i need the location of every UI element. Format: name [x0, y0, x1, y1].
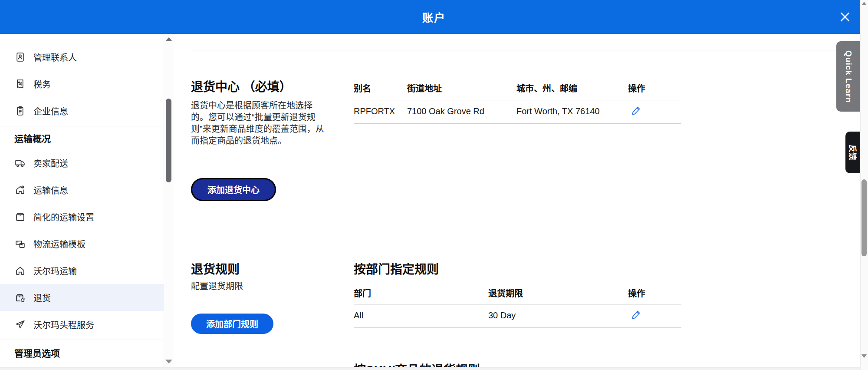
quick-learn-tab[interactable]: Quick Learn [836, 41, 861, 112]
truck-icon [14, 157, 26, 168]
cell-department: All [354, 311, 363, 320]
department-rules-title: 按部门指定规则 [354, 260, 439, 277]
return-center-title: 退货中心 （必填） [191, 77, 292, 95]
edit-department-rule-button[interactable] [631, 309, 642, 320]
sidebar-item-label: 卖家配送 [33, 157, 68, 169]
sidebar-item-label: 退货 [33, 291, 51, 304]
tax-receipt-icon [14, 78, 26, 89]
column-header-return-window: 退货期限 [488, 287, 523, 299]
cell-street: 7100 Oak Grove Rd [407, 106, 484, 116]
feedback-tab[interactable]: 反馈 [845, 132, 861, 173]
sidebar-item-label: 简化的运输设置 [33, 211, 94, 223]
sidebar-scroll-up-icon[interactable] [165, 37, 172, 41]
page-scrollbar[interactable] [860, 0, 868, 370]
sidebar-item-label: 物流运输模板 [33, 238, 85, 250]
page-scroll-down-icon[interactable] [861, 354, 867, 358]
sidebar-item-label: 沃尔玛运输 [33, 264, 77, 277]
column-header-actions: 操作 [628, 287, 645, 299]
sidebar: 管理联系人 税务 企业信息 运输概况 [0, 34, 164, 367]
return-centers-table: 别名 街道地址 城市、州、邮编 操作 RPFORTX 7100 Oak Grov… [354, 82, 681, 125]
sidebar-item-walmart-shipping[interactable]: 沃尔玛运输 [0, 257, 164, 284]
table-divider [354, 123, 681, 124]
cell-alias: RPFORTX [354, 106, 395, 116]
return-rules-title: 退货规则 [191, 260, 240, 277]
page-scroll-up-icon[interactable] [861, 2, 867, 5]
plane-icon [14, 319, 26, 330]
column-header-street: 街道地址 [407, 82, 442, 94]
contact-book-icon [14, 51, 26, 63]
sidebar-item-tax[interactable]: 税务 [0, 70, 164, 97]
close-button[interactable] [838, 10, 852, 23]
modal-header: 账户 [0, 0, 868, 34]
sidebar-item-shipping-templates[interactable]: 物流运输模板 [0, 230, 164, 257]
sidebar-item-label: 税务 [33, 78, 51, 90]
sidebar-item-returns[interactable]: 退货 [0, 284, 164, 311]
pencil-icon [631, 105, 641, 116]
add-return-center-button[interactable]: 添加退货中心 [191, 178, 276, 201]
account-settings-modal: 账户 管理联系人 [0, 0, 868, 370]
house-location-icon [14, 184, 26, 195]
pencil-icon [631, 309, 641, 320]
table-divider [354, 100, 681, 100]
column-header-alias: 别名 [354, 82, 371, 94]
column-header-department: 部门 [354, 287, 371, 299]
sidebar-section-admin-options: 管理员选项 [0, 340, 164, 365]
sidebar-item-business-info[interactable]: 企业信息 [0, 97, 164, 124]
content-top-divider [191, 50, 855, 50]
department-rules-table: 部门 退货期限 操作 All 30 Day [354, 287, 681, 330]
sidebar-item-label: 管理联系人 [33, 51, 77, 63]
return-rules-subtitle: 配置退货期限 [191, 281, 243, 292]
table-divider [354, 327, 681, 328]
cell-return-window: 30 Day [488, 311, 516, 320]
box-return-icon [14, 292, 26, 303]
sidebar-item-walmart-first-leg[interactable]: 沃尔玛头程服务 [0, 311, 164, 338]
clipboard-icon [14, 105, 26, 116]
close-icon [839, 11, 851, 23]
cell-city-state-zip: Fort Worth, TX 76140 [516, 106, 600, 116]
sidebar-nav-list: 管理联系人 税务 企业信息 运输概况 [0, 34, 164, 365]
sidebar-item-label: 企业信息 [33, 105, 68, 117]
quick-learn-label: Quick Learn [844, 50, 853, 103]
house-icon [14, 265, 26, 276]
sidebar-item-seller-delivery[interactable]: 卖家配送 [0, 149, 164, 176]
feedback-label: 反馈 [848, 145, 859, 160]
add-department-rule-button[interactable]: 添加部门规则 [191, 314, 273, 334]
sidebar-scrollbar[interactable] [164, 34, 174, 367]
package-icon [14, 211, 26, 222]
section-divider [191, 226, 855, 226]
table-divider [354, 304, 681, 304]
main-content: 退货中心 （必填） 退货中心是根据顾客所在地选择的。您可以通过“批量更新退货规则… [174, 34, 861, 367]
sidebar-item-simplified-shipping-settings[interactable]: 简化的运输设置 [0, 203, 164, 230]
column-header-actions: 操作 [628, 82, 645, 94]
sidebar-section-shipping-overview: 运输概况 [0, 126, 164, 149]
sidebar-scroll-down-icon[interactable] [165, 360, 172, 363]
bottom-page-edge [0, 367, 861, 370]
edit-return-center-button[interactable] [631, 105, 642, 116]
page-scrollbar-thumb[interactable] [861, 179, 867, 256]
sidebar-item-shipping-info[interactable]: 运输信息 [0, 176, 164, 203]
sidebar-scrollbar-thumb[interactable] [166, 99, 171, 182]
sku-rules-title: 按SKU/商品的退货规则 [354, 360, 480, 367]
return-center-description: 退货中心是根据顾客所在地选择的。您可以通过“批量更新退货规则”来更新商品维度的覆… [191, 100, 325, 147]
sidebar-item-label: 运输信息 [33, 184, 68, 196]
column-header-city-state-zip: 城市、州、邮编 [516, 82, 577, 94]
boxes-icon [14, 238, 26, 249]
page-title: 账户 [422, 9, 446, 25]
sidebar-item-label: 沃尔玛头程服务 [33, 318, 94, 331]
sidebar-item-manage-contacts[interactable]: 管理联系人 [0, 43, 164, 70]
